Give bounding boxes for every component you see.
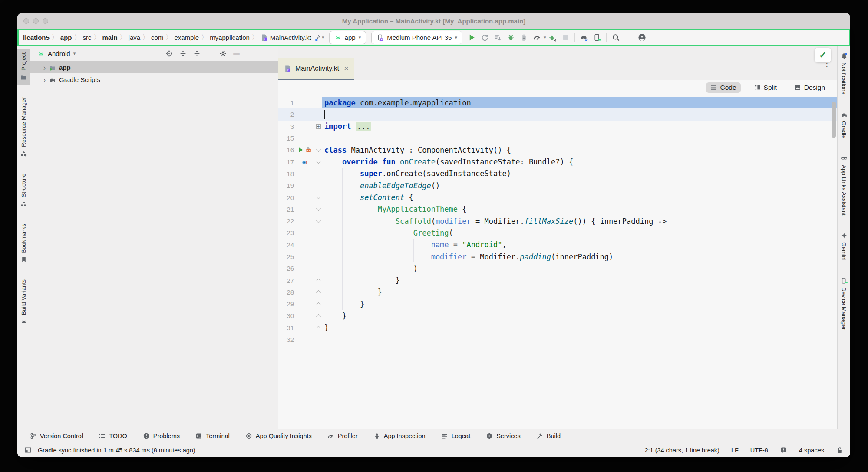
code-text[interactable]: name = "Android",	[322, 239, 837, 251]
gear-icon[interactable]	[219, 50, 227, 57]
stripe-tab-gemini[interactable]: Gemini	[838, 228, 850, 265]
stripe-tab-build-variants[interactable]: Build Variants	[17, 275, 30, 329]
collapse-all-button[interactable]	[193, 50, 201, 57]
fold-marker[interactable]	[316, 290, 321, 295]
account-button[interactable]	[635, 32, 648, 43]
code-text[interactable]: }	[322, 274, 837, 286]
fold-marker[interactable]	[316, 326, 321, 331]
tool-window-problems[interactable]: Problems	[143, 433, 180, 439]
tool-window-toggle-icon[interactable]	[24, 446, 32, 454]
tool-window-services[interactable]: Services	[486, 433, 521, 439]
run-gutter-icon[interactable]	[297, 147, 304, 153]
fold-marker[interactable]: +	[316, 124, 321, 129]
stripe-tab-notifications[interactable]: Notifications	[838, 49, 850, 98]
code-text[interactable]: override fun onCreate(savedInstanceState…	[322, 156, 837, 167]
code-text[interactable]: enableEdgeToEdge()	[322, 180, 837, 191]
chevron-right-icon[interactable]: ›	[43, 75, 46, 84]
close-window-button[interactable]	[23, 18, 29, 24]
file-encoding[interactable]: UTF-8	[750, 447, 768, 454]
mode-code[interactable]: Code	[706, 82, 741, 93]
fold-marker[interactable]	[316, 147, 321, 152]
locate-file-button[interactable]	[165, 50, 173, 57]
attach-debugger-button[interactable]	[518, 32, 531, 43]
breadcrumb-item[interactable]: MainActivity.kt	[260, 34, 312, 41]
tree-item-app[interactable]: ›app	[30, 61, 278, 73]
unlock-icon[interactable]	[836, 446, 843, 454]
breadcrumb-item[interactable]: example	[173, 34, 200, 41]
breadcrumb-item[interactable]: src	[82, 34, 92, 41]
stripe-tab-device-manager[interactable]: Device Manager	[838, 273, 850, 334]
device-select[interactable]: Medium Phone API 35 ▾	[371, 31, 462, 44]
code-text[interactable]: }	[322, 298, 837, 310]
compose-preview-icon[interactable]	[305, 147, 312, 153]
breadcrumb-item[interactable]: app	[59, 34, 73, 41]
zoom-window-button[interactable]	[43, 18, 48, 24]
stripe-tab-structure[interactable]: Structure	[17, 170, 30, 211]
code-text[interactable]	[322, 334, 837, 345]
code-text[interactable]: )	[322, 262, 837, 274]
code-editor[interactable]: 1package com.example.myapplication23+imp…	[278, 95, 837, 429]
code-text[interactable]: class MainActivity : ComponentActivity()…	[322, 144, 837, 156]
gradle-sync-button[interactable]	[578, 32, 591, 43]
tool-window-build[interactable]: Build	[536, 433, 561, 439]
breadcrumb-item[interactable]: main	[102, 34, 119, 41]
tool-window-app-inspection[interactable]: App Inspection	[373, 433, 426, 439]
fold-marker[interactable]	[316, 314, 321, 319]
tool-window-app-quality-insights[interactable]: App Quality Insights	[245, 433, 312, 439]
minimize-window-button[interactable]	[33, 18, 39, 24]
stripe-tab-project[interactable]: Project	[17, 49, 30, 85]
indent-setting[interactable]: 4 spaces	[799, 447, 824, 454]
rerun-button[interactable]	[479, 32, 492, 43]
code-text[interactable]: package com.example.myapplication	[322, 97, 837, 108]
code-text[interactable]: import ...	[322, 121, 837, 132]
breadcrumb-item[interactable]: com	[150, 34, 164, 41]
code-text[interactable]: }	[322, 286, 837, 298]
fold-marker[interactable]	[316, 302, 321, 307]
search-button[interactable]	[609, 32, 622, 43]
settings-button[interactable]	[622, 32, 635, 43]
fold-marker[interactable]	[316, 279, 321, 283]
debug-button[interactable]	[505, 32, 518, 43]
chevron-down-icon[interactable]: ▾	[73, 51, 76, 56]
device-manager-button[interactable]	[591, 32, 604, 43]
code-text[interactable]	[322, 108, 837, 120]
hide-panel-button[interactable]: —	[233, 50, 240, 57]
fold-marker[interactable]	[316, 194, 321, 199]
stop-button[interactable]	[559, 32, 572, 43]
apply-changes-button[interactable]	[492, 32, 505, 43]
event-log-icon[interactable]	[780, 446, 787, 454]
tool-window-profiler[interactable]: Profiler	[327, 433, 358, 439]
code-text[interactable]: modifier = Modifier.padding(innerPadding…	[322, 251, 837, 262]
breadcrumb-item[interactable]: myapplication	[209, 34, 251, 41]
breadcrumb-item[interactable]: java	[128, 34, 142, 41]
stripe-tab-bookmarks[interactable]: Bookmarks	[17, 220, 30, 267]
fold-marker[interactable]	[316, 159, 321, 164]
caret-position[interactable]: 2:1 (34 chars, 1 line break)	[644, 447, 719, 454]
tree-item-gradle-scripts[interactable]: ›Gradle Scripts	[30, 73, 278, 85]
code-text[interactable]: setContent {	[322, 191, 837, 203]
project-view-selector[interactable]: Android	[48, 50, 70, 57]
code-text[interactable]: Scaffold(modifier = Modifier.fillMaxSize…	[322, 215, 837, 227]
breadcrumb-item[interactable]: lication5	[22, 34, 50, 41]
code-text[interactable]: }	[322, 322, 837, 334]
fold-marker[interactable]	[316, 206, 321, 211]
inspections-widget[interactable]: ✓	[815, 48, 831, 62]
tool-window-todo[interactable]: TODO	[99, 433, 127, 439]
stripe-tab-resource-manager[interactable]: Resource Manager	[17, 93, 30, 161]
line-ending[interactable]: LF	[731, 447, 739, 454]
code-text[interactable]: }	[322, 310, 837, 321]
stripe-tab-gradle[interactable]: Gradle	[838, 107, 850, 143]
tool-window-terminal[interactable]: Terminal	[195, 433, 230, 439]
close-tab-icon[interactable]: ×	[344, 64, 349, 73]
editor-scrollbar[interactable]	[832, 102, 836, 138]
run-button[interactable]	[465, 32, 479, 43]
profiler-button[interactable]	[531, 32, 544, 43]
chevron-right-icon[interactable]: ›	[43, 63, 46, 72]
code-text[interactable]	[322, 132, 837, 144]
override-icon[interactable]	[301, 159, 308, 165]
tool-window-logcat[interactable]: Logcat	[441, 433, 471, 439]
expand-all-button[interactable]	[179, 50, 187, 57]
code-text[interactable]: Greeting(	[322, 227, 837, 239]
tool-window-version-control[interactable]: Version Control	[30, 433, 83, 439]
code-text[interactable]: MyApplicationTheme {	[322, 203, 837, 215]
